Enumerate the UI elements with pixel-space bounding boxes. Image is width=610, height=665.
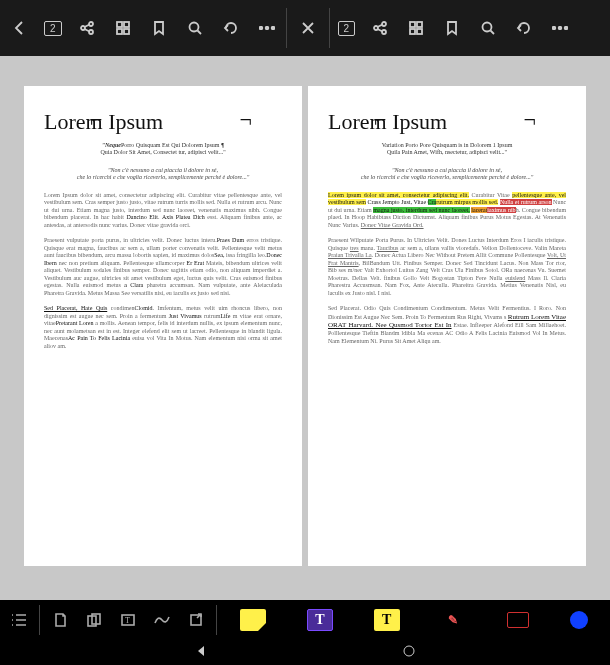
svg-point-19 [553, 27, 556, 30]
bookmark-icon-right[interactable] [441, 17, 463, 39]
paragraph-3: Sed Placerat, Hate Quis condimenClomid. … [44, 305, 282, 350]
svg-point-10 [271, 27, 274, 30]
more-icon[interactable] [256, 17, 278, 39]
svg-point-9 [265, 27, 268, 30]
bookmark-icon[interactable] [148, 17, 170, 39]
textbox-icon[interactable]: T [117, 609, 139, 631]
svg-point-20 [559, 27, 562, 30]
svg-rect-6 [124, 29, 129, 34]
highlight-green: magna justo, interdum sed nunc laoreet, [373, 207, 469, 213]
svg-rect-17 [417, 29, 422, 34]
highlight-green: Cra [428, 199, 437, 205]
search-icon-right[interactable] [477, 17, 499, 39]
subtitle: "NequePorro Quisquam Est Qui Dolorem Ips… [44, 142, 282, 157]
list-icon[interactable] [8, 609, 30, 631]
draw-icon[interactable] [151, 609, 173, 631]
more-icon-right[interactable] [549, 17, 571, 39]
paragraph-2: Praesent Wilputate Porta Purus. In Ultri… [328, 237, 566, 297]
quote: "Non c'è nessuno a cui piaccia il dolore… [44, 167, 282, 182]
quote: "Non c'è nessuno a cui piaccia il dolore… [328, 167, 566, 182]
note-page-icon[interactable] [49, 609, 71, 631]
undo-icon-right[interactable] [513, 17, 535, 39]
recent-system-icon[interactable] [404, 646, 414, 656]
grid-icon-right[interactable] [405, 17, 427, 39]
undo-icon[interactable] [220, 17, 242, 39]
highlight-red: Nulla et rutrum arson [500, 199, 552, 205]
sticky-note-tool[interactable] [240, 609, 266, 631]
workspace: Lorem Ipsum⌐¬ "NequePorro Quisquam Est Q… [0, 56, 610, 601]
highlight-red: iaximus nib [487, 207, 515, 213]
export-icon[interactable] [185, 609, 207, 631]
highlight-yellow: Lorem ipsum dolor sit amet, consectetur … [328, 192, 469, 198]
page-title: Lorem Ipsum⌐¬ [328, 108, 566, 136]
svg-rect-15 [417, 22, 422, 27]
page-counter-left[interactable]: 2 [44, 21, 62, 36]
svg-point-7 [189, 23, 198, 32]
copy-icon[interactable] [83, 609, 105, 631]
textbox-tool[interactable]: T [307, 609, 333, 631]
paragraph-2: Praesent vulputate porta purus, in ultri… [44, 237, 282, 297]
svg-rect-5 [117, 29, 122, 34]
svg-rect-16 [410, 29, 415, 34]
rect-tool[interactable] [507, 612, 529, 628]
top-toolbar: 2 2 [0, 0, 610, 56]
highlight-yellow: rutrum mirpus mollis sed. [436, 199, 498, 205]
subtitle: Variation Porto Pore Quisquam is in Dolo… [328, 142, 566, 157]
paragraph-3: Sed Placerat. Odio Quis Condimentum Cond… [328, 305, 566, 345]
svg-text:T: T [125, 616, 130, 625]
page-title: Lorem Ipsum⌐¬ [44, 108, 282, 136]
paragraph-1: Lorem ipsum dolor sit amet, consectetur … [328, 192, 566, 230]
svg-rect-4 [124, 22, 129, 27]
highlight-orange: lacerat [471, 207, 487, 213]
grid-icon[interactable] [112, 17, 134, 39]
svg-point-21 [565, 27, 568, 30]
svg-point-8 [259, 27, 262, 30]
svg-point-18 [483, 23, 492, 32]
paragraph-1: Lorem Ipsum dolor sit amet, consectetur … [44, 192, 282, 230]
circle-tool[interactable] [570, 611, 588, 629]
back-system-icon[interactable] [194, 644, 208, 662]
svg-rect-14 [410, 22, 415, 27]
highlight-tool[interactable]: T [374, 609, 400, 631]
system-nav-bar [0, 640, 610, 665]
page-counter-right[interactable]: 2 [338, 21, 356, 36]
back-icon[interactable] [8, 17, 30, 39]
pen-tool[interactable]: ✎ [440, 609, 466, 631]
search-icon[interactable] [184, 17, 206, 39]
share-icon[interactable] [76, 17, 98, 39]
page-right[interactable]: Lorem Ipsum⌐¬ Variation Porto Pore Quisq… [308, 86, 586, 566]
svg-rect-3 [117, 22, 122, 27]
home-system-icon[interactable] [402, 644, 416, 662]
bottom-toolbar: T T T ✎ [0, 600, 610, 640]
page-left[interactable]: Lorem Ipsum⌐¬ "NequePorro Quisquam Est Q… [24, 86, 302, 566]
share-icon-right[interactable] [369, 17, 391, 39]
close-icon[interactable] [297, 17, 319, 39]
